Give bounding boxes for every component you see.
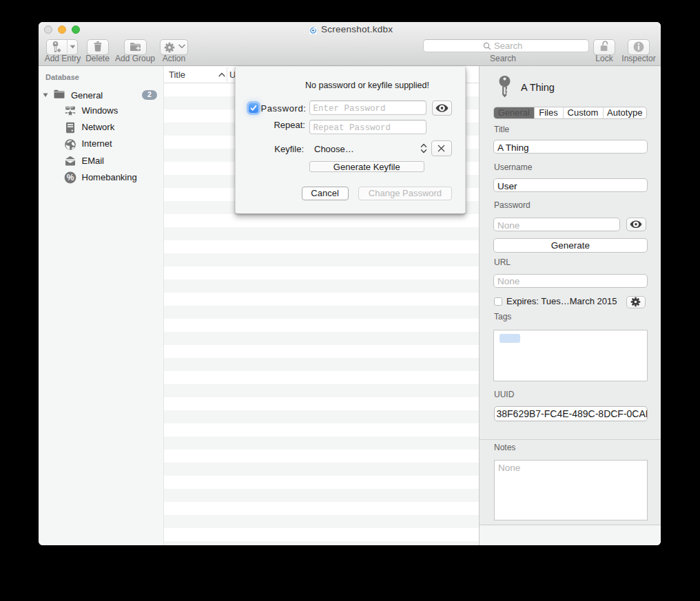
svg-text:%: %	[66, 173, 74, 182]
